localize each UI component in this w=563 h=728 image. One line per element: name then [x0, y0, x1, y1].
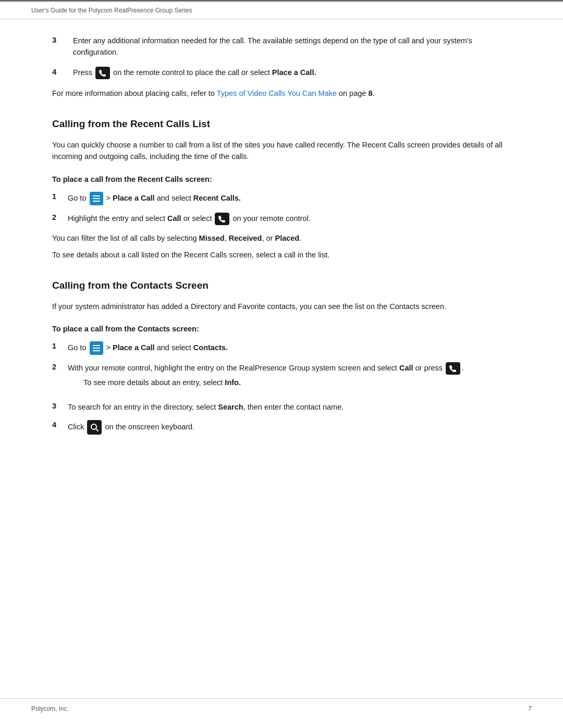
link-para: For more information about placing calls… [52, 88, 511, 99]
footer-company: Polycom, Inc. [31, 705, 69, 712]
section2-step-3-text: To search for an entry in the directory,… [68, 401, 511, 413]
section2-intro: If your system administrator has added a… [52, 301, 511, 312]
section1-step-1: 1 Go to > Place a Call and select Recent… [52, 192, 511, 205]
step-4: 4 Press on the remote control to place t… [52, 67, 511, 79]
header-bar: User's Guide for the Polycom RealPresenc… [0, 0, 563, 19]
section1-step-1-text: Go to > Place a Call and select Recent C… [68, 192, 511, 205]
menu-line-2 [93, 198, 100, 199]
section2-step-3-num: 3 [52, 401, 68, 410]
footer-page: 7 [528, 705, 532, 712]
step-3-text: Enter any additional information needed … [73, 35, 511, 58]
menu-line-4 [93, 345, 100, 346]
types-of-video-calls-link[interactable]: Types of Video Calls You Can Make [217, 89, 337, 97]
menu-line-5 [93, 348, 100, 349]
section2-step-2-text: With your remote control, highlight the … [68, 362, 511, 394]
step-3: 3 Enter any additional information neede… [52, 35, 511, 58]
section1-steps: 1 Go to > Place a Call and select Recent… [52, 192, 511, 225]
section1-step-2-text: Highlight the entry and select Call or s… [68, 213, 511, 225]
header-text: User's Guide for the Polycom RealPresenc… [31, 7, 192, 14]
menu-line-6 [93, 350, 100, 351]
section2-step-1-text: Go to > Place a Call and select Contacts… [68, 341, 511, 355]
step-4-content: Press on the remote control to place the… [73, 67, 511, 79]
section2-step-1: 1 Go to > Place a Call and select Contac… [52, 341, 511, 355]
section1-step-2-num: 2 [52, 213, 68, 221]
section1-step-2: 2 Highlight the entry and select Call or… [52, 213, 511, 225]
section2-step-4: 4 Click on the onscreen keyboard. [52, 420, 511, 435]
link-para-before: For more information about placing calls… [52, 89, 217, 97]
details-para: To see details about a call listed on th… [52, 249, 511, 261]
filter-para: You can filter the list of all calls by … [52, 232, 511, 244]
section2-steps: 1 Go to > Place a Call and select Contac… [52, 341, 511, 435]
phone-icon-step2 [215, 213, 229, 225]
menu-line-1 [93, 195, 100, 196]
section2-step-2-num: 2 [52, 362, 68, 371]
menu-lines-2 [93, 345, 100, 351]
section1-intro: You can quickly choose a number to call … [52, 139, 511, 163]
phone-icon-press [95, 67, 110, 79]
menu-lines-1 [93, 195, 100, 202]
step-4-number: 4 [52, 67, 73, 76]
menu-line-3 [93, 201, 100, 202]
phone-icon-step2b [446, 362, 460, 375]
svg-line-1 [96, 429, 98, 431]
step-3-number: 3 [52, 35, 73, 44]
section2-step-2: 2 With your remote control, highlight th… [52, 362, 511, 394]
menu-icon-2 [90, 341, 103, 355]
top-steps: 3 Enter any additional information neede… [52, 35, 511, 79]
section2-step-3: 3 To search for an entry in the director… [52, 401, 511, 413]
sub-para-info: To see more details about an entry, sele… [83, 377, 511, 388]
search-icon [87, 420, 102, 435]
menu-icon-1 [90, 192, 103, 205]
section2-step-1-num: 1 [52, 341, 68, 350]
section1-proc-heading: To place a call from the Recent Calls sc… [52, 175, 511, 183]
footer: Polycom, Inc. 7 [0, 698, 563, 712]
section2-proc-heading: To place a call from the Contacts screen… [52, 325, 511, 333]
section2-step-4-text: Click on the onscreen keyboard. [68, 420, 511, 435]
link-para-after: on page 8. [337, 89, 375, 97]
main-content: 3 Enter any additional information neede… [0, 19, 563, 473]
section2-step-4-num: 4 [52, 420, 68, 429]
page-container: User's Guide for the Polycom RealPresenc… [0, 0, 563, 728]
section1-step-1-num: 1 [52, 192, 68, 201]
section1-heading: Calling from the Recent Calls List [52, 118, 511, 132]
section2-heading: Calling from the Contacts Screen [52, 280, 511, 293]
